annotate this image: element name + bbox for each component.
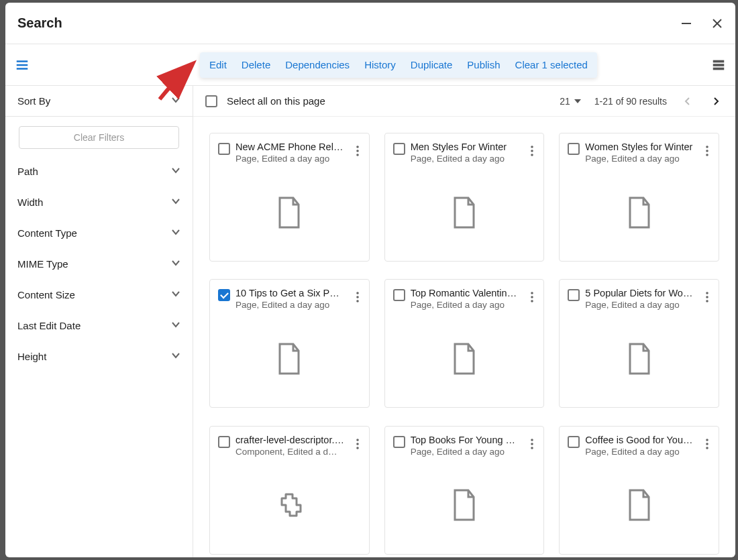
- filter-label: Width: [17, 197, 43, 208]
- chevron-down-icon: [171, 258, 180, 270]
- card-menu-button[interactable]: [525, 288, 539, 306]
- svg-point-11: [356, 154, 359, 156]
- cards-grid: New ACME Phone Relea…Page, Edited a day …: [193, 117, 735, 557]
- card-subtitle: Page, Edited a day ago: [585, 447, 694, 457]
- minimize-button[interactable]: [680, 17, 692, 30]
- svg-point-34: [706, 443, 708, 445]
- prev-page-button[interactable]: [680, 94, 695, 109]
- card-checkbox[interactable]: [218, 143, 230, 155]
- result-card[interactable]: Top Books For Young W…Page, Edited a day…: [384, 426, 545, 555]
- card-menu-button[interactable]: [525, 435, 539, 453]
- result-card[interactable]: Men Styles For WinterPage, Edited a day …: [384, 133, 545, 262]
- action-edit[interactable]: Edit: [209, 59, 227, 70]
- filter-label: Content Type: [17, 227, 77, 239]
- action-history[interactable]: History: [364, 59, 396, 70]
- result-card[interactable]: 5 Popular Diets for Wo…Page, Edited a da…: [559, 279, 719, 408]
- card-menu-button[interactable]: [525, 142, 539, 160]
- card-menu-button[interactable]: [350, 288, 365, 306]
- card-checkbox[interactable]: [393, 143, 405, 155]
- result-card[interactable]: 10 Tips to Get a Six PackPage, Edited a …: [209, 279, 370, 408]
- clear-filters-button[interactable]: Clear Filters: [19, 126, 179, 149]
- svg-point-21: [531, 292, 534, 295]
- card-preview: [560, 310, 719, 407]
- result-card[interactable]: New ACME Phone Relea…Page, Edited a day …: [209, 133, 370, 262]
- filter-label: Content Size: [17, 289, 75, 300]
- card-title: Women Styles for Winter: [585, 142, 694, 152]
- card-checkbox[interactable]: [568, 143, 580, 155]
- result-card[interactable]: Women Styles for WinterPage, Edited a da…: [559, 133, 719, 262]
- result-card[interactable]: crafter-level-descriptor.…Component, Edi…: [209, 426, 370, 555]
- card-checkbox[interactable]: [568, 289, 580, 301]
- svg-rect-6: [713, 60, 725, 62]
- filter-label: Height: [17, 351, 46, 362]
- chevron-down-icon: [171, 227, 180, 239]
- filter-row[interactable]: MIME Type: [5, 248, 193, 279]
- close-button[interactable]: [711, 17, 723, 30]
- card-subtitle: Component, Edited a d…: [235, 447, 345, 457]
- card-checkbox[interactable]: [393, 436, 405, 448]
- card-menu-button[interactable]: [700, 435, 715, 453]
- filter-row[interactable]: Width: [5, 186, 193, 217]
- page-icon: [451, 343, 478, 375]
- chevron-down-icon: [171, 166, 180, 177]
- action-duplicate[interactable]: Duplicate: [411, 59, 453, 70]
- card-menu-button[interactable]: [350, 435, 365, 453]
- chevron-right-icon: [712, 97, 720, 105]
- close-icon: [712, 18, 723, 29]
- svg-point-15: [706, 146, 708, 148]
- card-subtitle: Page, Edited a day ago: [411, 300, 520, 310]
- filter-label: Last Edit Date: [17, 320, 81, 331]
- filter-row[interactable]: Last Edit Date: [5, 310, 193, 341]
- card-checkbox[interactable]: [218, 289, 230, 301]
- filter-row[interactable]: Path: [5, 156, 193, 186]
- results-header: Select all on this page 21 1-21 of 90 re…: [193, 86, 735, 117]
- chevron-down-icon: [171, 320, 180, 331]
- card-menu-button[interactable]: [700, 288, 715, 306]
- component-icon: [274, 490, 304, 520]
- filter-row[interactable]: Content Type: [5, 217, 193, 248]
- filter-row[interactable]: Height: [5, 341, 193, 372]
- dropdown-icon: [574, 99, 581, 103]
- svg-point-31: [531, 443, 534, 445]
- card-preview: [210, 310, 369, 407]
- svg-point-25: [706, 296, 708, 299]
- action-dependencies[interactable]: Dependencies: [285, 59, 350, 70]
- select-all-checkbox[interactable]: [205, 95, 217, 107]
- svg-point-14: [531, 154, 534, 156]
- view-mode-toggle[interactable]: [702, 58, 735, 72]
- chevron-down-icon: [171, 351, 180, 362]
- card-title: crafter-level-descriptor.…: [235, 435, 345, 445]
- page-icon: [451, 197, 478, 229]
- svg-point-19: [356, 296, 359, 299]
- action-clear-selected[interactable]: Clear 1 selected: [515, 59, 588, 70]
- result-card[interactable]: Coffee is Good for Your …Page, Edited a …: [559, 426, 719, 555]
- svg-point-16: [706, 150, 708, 152]
- card-title: 5 Popular Diets for Wo…: [585, 288, 694, 298]
- card-checkbox[interactable]: [218, 436, 230, 448]
- svg-rect-8: [713, 67, 725, 70]
- sort-by-toggle[interactable]: Sort By: [5, 86, 193, 117]
- card-menu-button[interactable]: [350, 142, 365, 160]
- svg-point-9: [356, 146, 359, 148]
- action-delete[interactable]: Delete: [242, 59, 270, 70]
- filter-sidebar: Sort By Clear Filters PathWidthContent T…: [5, 86, 193, 557]
- page-title: Search: [17, 15, 62, 31]
- svg-point-26: [706, 300, 708, 303]
- chevron-down-icon: [171, 197, 180, 208]
- card-preview: [385, 164, 544, 261]
- card-checkbox[interactable]: [568, 436, 580, 448]
- next-page-button[interactable]: [708, 94, 723, 109]
- svg-point-18: [356, 292, 359, 295]
- card-menu-button[interactable]: [700, 142, 715, 160]
- action-publish[interactable]: Publish: [467, 59, 500, 70]
- result-card[interactable]: Top Romantic Valentine…Page, Edited a da…: [384, 279, 545, 408]
- menu-toggle-button[interactable]: [5, 58, 39, 72]
- svg-point-22: [531, 296, 534, 299]
- page-size-select[interactable]: 21: [560, 96, 581, 107]
- svg-point-24: [706, 292, 708, 295]
- chevron-down-icon: [171, 289, 180, 300]
- svg-point-10: [356, 150, 359, 152]
- card-subtitle: Page, Edited a day ago: [411, 447, 520, 457]
- filter-row[interactable]: Content Size: [5, 279, 193, 310]
- card-checkbox[interactable]: [393, 289, 405, 301]
